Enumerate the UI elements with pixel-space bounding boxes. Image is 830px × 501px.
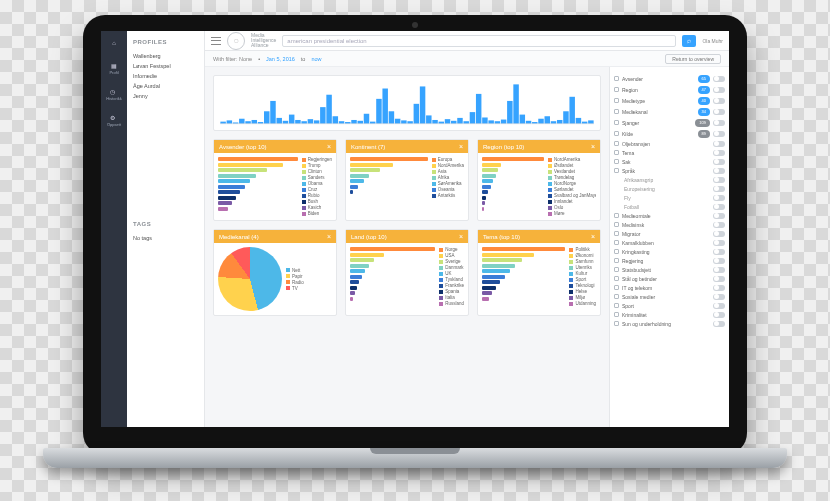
- profile-item[interactable]: Løvan Festspel: [133, 61, 198, 71]
- svg-rect-39: [463, 121, 468, 123]
- toggle-switch[interactable]: [713, 312, 725, 318]
- crumb-date2[interactable]: now: [311, 56, 321, 62]
- profile-item[interactable]: Åge Aurdal: [133, 81, 198, 91]
- toggle-switch[interactable]: [713, 195, 725, 201]
- checkbox-icon[interactable]: [614, 87, 619, 92]
- toggle-switch[interactable]: [713, 294, 725, 300]
- filter-row[interactable]: IT og telekom: [614, 283, 725, 292]
- checkbox-icon[interactable]: [614, 76, 619, 81]
- toggle-switch[interactable]: [713, 267, 725, 273]
- toggle-switch[interactable]: [713, 141, 725, 147]
- close-icon[interactable]: ×: [591, 233, 595, 240]
- checkbox-icon[interactable]: [614, 249, 619, 254]
- toggle-switch[interactable]: [713, 213, 725, 219]
- menu-icon[interactable]: [211, 37, 221, 45]
- filter-row[interactable]: Kamalklubben: [614, 238, 725, 247]
- filter-row[interactable]: Avsender 65: [614, 73, 725, 84]
- toggle-switch[interactable]: [713, 249, 725, 255]
- filter-row[interactable]: Sak: [614, 157, 725, 166]
- filter-row[interactable]: Migrator: [614, 229, 725, 238]
- toggle-switch[interactable]: [713, 159, 725, 165]
- toggle-switch[interactable]: [713, 98, 725, 104]
- filter-row[interactable]: Medisinsk: [614, 220, 725, 229]
- checkbox-icon[interactable]: [614, 312, 619, 317]
- filter-subrow[interactable]: Fly: [614, 193, 725, 202]
- checkbox-icon[interactable]: [614, 258, 619, 263]
- tile-title: Tema (top 10): [483, 234, 520, 240]
- toggle-switch[interactable]: [713, 177, 725, 183]
- filter-row[interactable]: Sun og underholdning: [614, 319, 725, 328]
- checkbox-icon[interactable]: [614, 276, 619, 281]
- svg-rect-23: [364, 114, 369, 124]
- checkbox-icon[interactable]: [614, 240, 619, 245]
- filter-row[interactable]: Medieomtale: [614, 211, 725, 220]
- toggle-switch[interactable]: [713, 109, 725, 115]
- filter-row[interactable]: Mediekanal 34: [614, 106, 725, 117]
- profile-item[interactable]: Infomedie: [133, 71, 198, 81]
- crumb-date[interactable]: Jan 5, 2016: [266, 56, 295, 62]
- toggle-switch[interactable]: [713, 204, 725, 210]
- toggle-switch[interactable]: [713, 131, 725, 137]
- close-icon[interactable]: ×: [459, 233, 463, 240]
- checkbox-icon[interactable]: [614, 222, 619, 227]
- toggle-switch[interactable]: [713, 168, 725, 174]
- checkbox-icon[interactable]: [614, 303, 619, 308]
- filter-row[interactable]: Sport: [614, 301, 725, 310]
- filter-subrow[interactable]: Fotball: [614, 202, 725, 211]
- checkbox-icon[interactable]: [614, 213, 619, 218]
- close-icon[interactable]: ×: [591, 143, 595, 150]
- checkbox-icon[interactable]: [614, 267, 619, 272]
- filter-subrow[interactable]: Europeisering: [614, 184, 725, 193]
- svg-rect-38: [457, 118, 462, 124]
- close-icon[interactable]: ×: [327, 233, 331, 240]
- checkbox-icon[interactable]: [614, 131, 619, 136]
- filter-row[interactable]: Sosiale medier: [614, 292, 725, 301]
- toggle-switch[interactable]: [713, 285, 725, 291]
- reset-button[interactable]: Return to overview: [665, 54, 721, 64]
- filter-subrow[interactable]: Afrikaansgrip: [614, 175, 725, 184]
- filter-row[interactable]: Sjanger 109: [614, 117, 725, 128]
- toggle-switch[interactable]: [713, 240, 725, 246]
- filter-row[interactable]: Kringkasting: [614, 247, 725, 256]
- toggle-switch[interactable]: [713, 276, 725, 282]
- checkbox-icon[interactable]: [614, 294, 619, 299]
- filter-row[interactable]: Statsbudsjett: [614, 265, 725, 274]
- filter-row[interactable]: Kriminalitet: [614, 310, 725, 319]
- filter-row[interactable]: Medietype 40: [614, 95, 725, 106]
- toggle-switch[interactable]: [713, 120, 725, 126]
- search-button[interactable]: ⌕: [682, 35, 696, 47]
- filter-row[interactable]: Stål og betinder: [614, 274, 725, 283]
- checkbox-icon[interactable]: [614, 321, 619, 326]
- checkbox-icon[interactable]: [614, 285, 619, 290]
- user-name[interactable]: Ola Muhr: [702, 38, 723, 44]
- filter-row[interactable]: Region 47: [614, 84, 725, 95]
- close-icon[interactable]: ×: [327, 143, 331, 150]
- filter-row[interactable]: Tema: [614, 148, 725, 157]
- checkbox-icon[interactable]: [614, 120, 619, 125]
- profile-item[interactable]: Wallenberg: [133, 51, 198, 61]
- checkbox-icon[interactable]: [614, 150, 619, 155]
- toggle-switch[interactable]: [713, 303, 725, 309]
- toggle-switch[interactable]: [713, 186, 725, 192]
- profile-item[interactable]: Jenny: [133, 91, 198, 101]
- checkbox-icon[interactable]: [614, 168, 619, 173]
- filter-row[interactable]: Regjering: [614, 256, 725, 265]
- checkbox-icon[interactable]: [614, 109, 619, 114]
- search-input[interactable]: american presidential election: [282, 35, 676, 47]
- toggle-switch[interactable]: [713, 150, 725, 156]
- filter-row[interactable]: Språk: [614, 166, 725, 175]
- toggle-switch[interactable]: [713, 258, 725, 264]
- checkbox-icon[interactable]: [614, 98, 619, 103]
- home-icon[interactable]: ⌂: [108, 37, 120, 49]
- checkbox-icon[interactable]: [614, 231, 619, 236]
- filter-row[interactable]: Oljebransjen: [614, 139, 725, 148]
- checkbox-icon[interactable]: [614, 141, 619, 146]
- filter-row[interactable]: Kilde 89: [614, 128, 725, 139]
- toggle-switch[interactable]: [713, 222, 725, 228]
- toggle-switch[interactable]: [713, 321, 725, 327]
- toggle-switch[interactable]: [713, 87, 725, 93]
- checkbox-icon[interactable]: [614, 159, 619, 164]
- close-icon[interactable]: ×: [459, 143, 463, 150]
- toggle-switch[interactable]: [713, 231, 725, 237]
- toggle-switch[interactable]: [713, 76, 725, 82]
